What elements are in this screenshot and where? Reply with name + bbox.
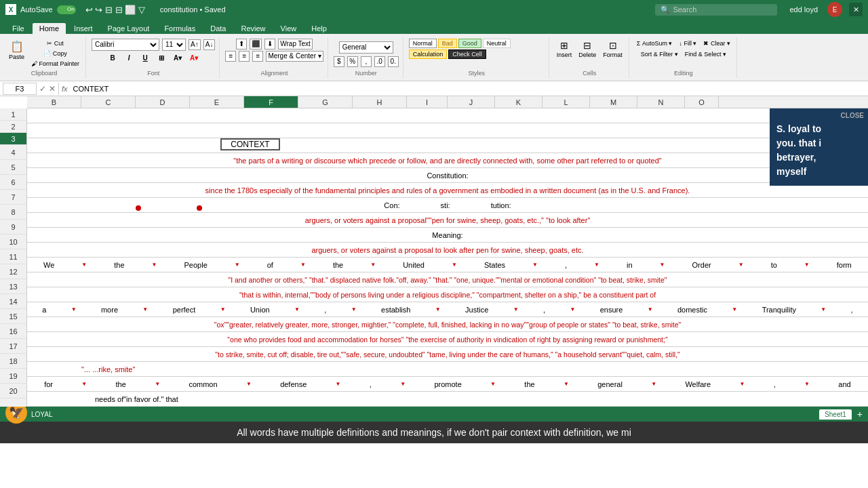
col-header-K[interactable]: K	[495, 96, 542, 108]
autosum-button[interactable]: Σ AutoSum ▾	[635, 39, 675, 48]
normal-style[interactable]: Normal	[409, 39, 437, 48]
row-num-2[interactable]: 2	[0, 121, 27, 133]
paste-button[interactable]: 📋 Paste	[7, 39, 26, 68]
tab-review[interactable]: Review	[234, 23, 272, 34]
row-num-11[interactable]: 11	[0, 249, 27, 264]
col-header-N[interactable]: N	[637, 96, 685, 108]
row-num-13[interactable]: 13	[0, 279, 27, 294]
col-header-C[interactable]: C	[81, 96, 136, 108]
drag-m-19a: ▼	[81, 381, 87, 387]
merge-center-button[interactable]: Merge & Center ▾	[266, 51, 323, 62]
sort-filter-button[interactable]: Sort & Filter ▾	[639, 49, 680, 59]
row-19: for ▼ the ▼ common ▼ defense ▼ , ▼ promo…	[27, 377, 868, 392]
drag-m-11k: ▼	[804, 262, 810, 268]
row-18: "... ...rike, smite"	[27, 362, 868, 377]
currency-button[interactable]: $	[334, 56, 344, 67]
row-num-12[interactable]: 12	[0, 264, 27, 279]
percent-button[interactable]: %	[347, 56, 358, 67]
tab-file[interactable]: File	[5, 23, 31, 34]
autosave-toggle[interactable]	[57, 5, 76, 14]
row-num-19[interactable]: 19	[0, 369, 27, 384]
sheet-tab[interactable]: Sheet1	[819, 409, 852, 420]
font-family-select[interactable]: Calibri	[92, 39, 159, 51]
col-header-O[interactable]: O	[685, 96, 719, 108]
close-popup-btn[interactable]: ✕	[849, 3, 863, 16]
add-sheet-btn[interactable]: +	[857, 409, 863, 420]
align-left-button[interactable]: ≡	[225, 51, 236, 62]
col-header-J[interactable]: J	[448, 96, 495, 108]
row-num-18[interactable]: 18	[0, 354, 27, 369]
tab-page-layout[interactable]: Page Layout	[101, 23, 157, 34]
row-num-1[interactable]: 1	[0, 108, 27, 121]
cut-button[interactable]: ✂ Cut	[29, 39, 81, 48]
bold-button[interactable]: B	[106, 52, 119, 64]
font-decrease-button[interactable]: A↓	[203, 39, 216, 50]
comma-button[interactable]: ,	[361, 56, 372, 67]
col-header-H[interactable]: H	[353, 96, 407, 108]
copy-button[interactable]: 📄 Copy	[29, 49, 81, 58]
align-center-button[interactable]: ≡	[239, 51, 250, 62]
font-size-select[interactable]: 11	[162, 39, 186, 51]
number-format-select[interactable]: General	[339, 41, 393, 54]
insert-cells-button[interactable]: ⊞Insert	[555, 39, 574, 60]
row-num-6[interactable]: 6	[0, 175, 27, 190]
check-cell-style[interactable]: Check Cell	[448, 49, 486, 59]
row-16-text: "one who provides food and accommodation…	[227, 336, 667, 344]
row-num-15[interactable]: 15	[0, 309, 27, 324]
row-num-9[interactable]: 9	[0, 220, 27, 235]
tab-home[interactable]: Home	[33, 23, 66, 34]
find-select-button[interactable]: Find & Select ▾	[683, 49, 728, 59]
row-num-5[interactable]: 5	[0, 160, 27, 175]
font-increase-button[interactable]: A↑	[189, 39, 201, 50]
col-header-G[interactable]: G	[298, 96, 353, 108]
neutral-style[interactable]: Neutral	[483, 39, 511, 48]
col-header-B[interactable]: B	[27, 96, 81, 108]
col-header-D[interactable]: D	[136, 96, 190, 108]
format-painter-button[interactable]: 🖌 Format Painter	[29, 59, 81, 68]
delete-cells-button[interactable]: ⊟Delete	[576, 39, 598, 60]
align-middle-button[interactable]: ⬛	[250, 39, 262, 49]
fill-color-button[interactable]: A▾	[171, 52, 184, 64]
row-num-14[interactable]: 14	[0, 294, 27, 309]
col-header-L[interactable]: L	[542, 96, 590, 108]
format-cells-button[interactable]: ⊡Format	[601, 39, 625, 60]
row-num-17[interactable]: 17	[0, 339, 27, 354]
align-right-button[interactable]: ≡	[252, 51, 263, 62]
close-popup-icon[interactable]: CLOSE	[841, 110, 864, 121]
font-color-button[interactable]: A▾	[187, 52, 201, 64]
decimal-inc-button[interactable]: .0	[374, 56, 385, 67]
fill-button[interactable]: ↓ Fill ▾	[677, 39, 698, 48]
calculation-style[interactable]: Calculation	[409, 49, 448, 59]
col-header-M[interactable]: M	[590, 96, 637, 108]
row-num-7[interactable]: 7	[0, 190, 27, 205]
underline-button[interactable]: U	[138, 52, 152, 64]
cell-reference-input[interactable]	[3, 83, 37, 95]
bad-style[interactable]: Bad	[438, 39, 457, 48]
tab-help[interactable]: Help	[304, 23, 334, 34]
italic-button[interactable]: I	[122, 52, 136, 64]
row-num-16[interactable]: 16	[0, 324, 27, 339]
context-cell[interactable]: CONTEXT	[220, 138, 280, 150]
align-top-button[interactable]: ⬆	[236, 39, 247, 49]
border-button[interactable]: ⊞	[155, 52, 168, 64]
row-num-3[interactable]: 3	[0, 133, 27, 145]
row-num-20[interactable]: 20	[0, 384, 27, 399]
wrap-text-button[interactable]: Wrap Text	[278, 39, 313, 49]
clear-button[interactable]: ✖ Clear ▾	[701, 39, 732, 48]
tab-insert[interactable]: Insert	[67, 23, 100, 34]
col-header-F[interactable]: F	[244, 96, 298, 108]
row-num-8[interactable]: 8	[0, 205, 27, 220]
formula-input[interactable]	[71, 83, 865, 95]
good-style[interactable]: Good	[458, 39, 481, 48]
row-19-comma: ,	[370, 380, 372, 388]
align-bottom-button[interactable]: ⬇	[264, 39, 275, 49]
row-num-4[interactable]: 4	[0, 145, 27, 160]
tab-formulas[interactable]: Formulas	[157, 23, 202, 34]
decimal-dec-button[interactable]: 0.	[388, 56, 399, 67]
row-num-10[interactable]: 10	[0, 235, 27, 249]
tab-view[interactable]: View	[274, 23, 304, 34]
col-header-I[interactable]: I	[407, 96, 448, 108]
row-14-perfect: perfect	[173, 306, 196, 314]
tab-data[interactable]: Data	[203, 23, 233, 34]
col-header-E[interactable]: E	[190, 96, 244, 108]
